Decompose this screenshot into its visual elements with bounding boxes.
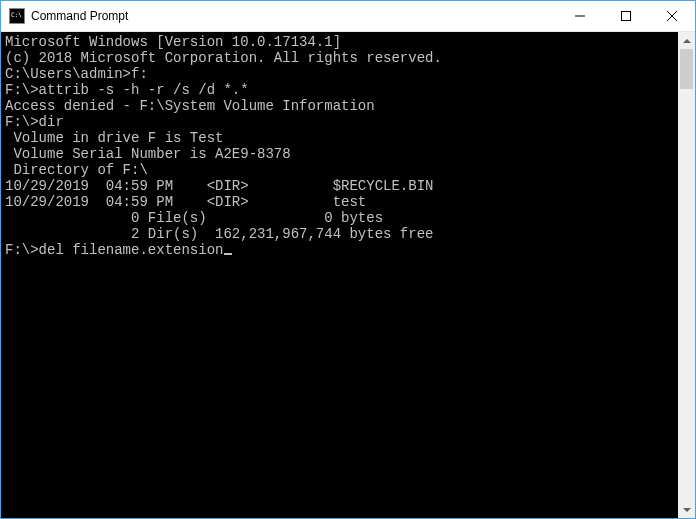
- svg-rect-4: [622, 12, 631, 21]
- console-line: 2 Dir(s) 162,231,967,744 bytes free: [5, 226, 674, 242]
- console-line: (c) 2018 Microsoft Corporation. All righ…: [5, 50, 674, 66]
- window: C:\ Command Prompt Microsoft Windows [Ve…: [0, 0, 696, 519]
- console-line: F:\>del filename.extension: [5, 242, 674, 258]
- console-line: Access denied - F:\System Volume Informa…: [5, 98, 674, 114]
- window-title: Command Prompt: [31, 9, 128, 23]
- console-line: 0 File(s) 0 bytes: [5, 210, 674, 226]
- console-line: Microsoft Windows [Version 10.0.17134.1]: [5, 34, 674, 50]
- console-line: F:\>dir: [5, 114, 674, 130]
- console-line: C:\Users\admin>f:: [5, 66, 674, 82]
- console-line: Volume in drive F is Test: [5, 130, 674, 146]
- scroll-thumb[interactable]: [680, 49, 693, 89]
- console-line: F:\>attrib -s -h -r /s /d *.*: [5, 82, 674, 98]
- console-line: 10/29/2019 04:59 PM <DIR> test: [5, 194, 674, 210]
- console-line: Volume Serial Number is A2E9-8378: [5, 146, 674, 162]
- titlebar[interactable]: C:\ Command Prompt: [1, 1, 695, 32]
- cursor: [224, 253, 232, 255]
- cmd-icon: C:\: [9, 8, 25, 24]
- scroll-up-button[interactable]: [678, 32, 695, 49]
- console-line: 10/29/2019 04:59 PM <DIR> $RECYCLE.BIN: [5, 178, 674, 194]
- scroll-down-button[interactable]: [678, 501, 695, 518]
- console-output[interactable]: Microsoft Windows [Version 10.0.17134.1]…: [1, 32, 678, 518]
- vertical-scrollbar[interactable]: [678, 32, 695, 518]
- window-controls: [557, 1, 695, 31]
- minimize-button[interactable]: [557, 1, 603, 31]
- console-area: Microsoft Windows [Version 10.0.17134.1]…: [1, 32, 695, 518]
- console-line: Directory of F:\: [5, 162, 674, 178]
- svg-text:C:\: C:\: [11, 11, 22, 18]
- svg-rect-3: [575, 16, 585, 17]
- maximize-button[interactable]: [603, 1, 649, 31]
- close-button[interactable]: [649, 1, 695, 31]
